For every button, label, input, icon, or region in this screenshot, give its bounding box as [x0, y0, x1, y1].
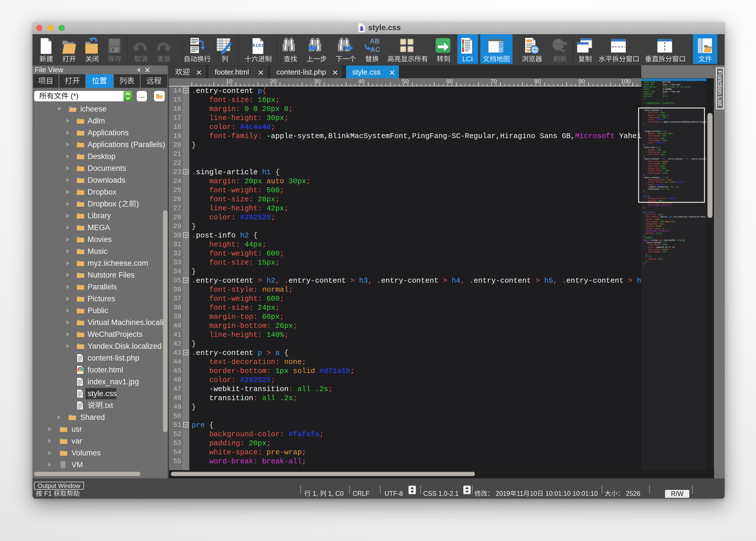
svg-text:30: 30: [314, 78, 320, 84]
svg-text:90: 90: [578, 78, 585, 84]
svg-text:AC: AC: [370, 46, 380, 53]
svg-text:60: 60: [446, 78, 453, 84]
svg-text:10: 10: [226, 78, 232, 84]
svg-text:100: 100: [621, 78, 631, 84]
svg-text:40: 40: [358, 78, 364, 84]
svg-text:50: 50: [402, 78, 409, 84]
svg-text:AB: AB: [370, 37, 380, 45]
svg-text:20: 20: [270, 78, 276, 84]
svg-text:70: 70: [490, 78, 497, 84]
svg-text:80: 80: [534, 78, 541, 84]
svg-text:0101: 0101: [252, 43, 264, 48]
